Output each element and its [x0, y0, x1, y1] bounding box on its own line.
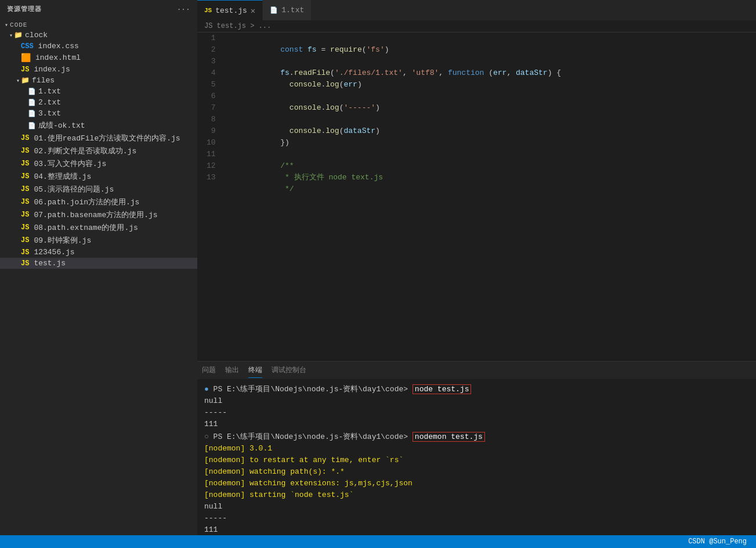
- code-line-6: console.log('-----'): [226, 91, 751, 102]
- file-04js[interactable]: JS 04.整理成绩.js: [0, 170, 197, 183]
- file-01js[interactable]: JS 01.使用readFile方法读取文件的内容.js: [0, 132, 197, 145]
- tab-1txt[interactable]: 📄 1.txt: [263, 0, 312, 20]
- txt-icon-3: 📄: [28, 110, 36, 117]
- file-1txt[interactable]: 📄 1.txt: [0, 86, 197, 97]
- file-2txt[interactable]: 📄 2.txt: [0, 97, 197, 108]
- js-icon-indexjs: JS: [21, 66, 29, 74]
- folder-clock[interactable]: ▾ 📁 clock: [0, 30, 197, 41]
- editor-area: JS test.js ✕ 📄 1.txt JS test.js > ... 12…: [197, 0, 756, 535]
- tab-close-testjs[interactable]: ✕: [251, 6, 255, 16]
- js-icon-04: JS: [21, 172, 29, 181]
- tab-testjs-label: test.js: [215, 6, 247, 15]
- terminal-tab-terminal[interactable]: 终端: [248, 363, 262, 378]
- file-09js[interactable]: JS 09.时钟案例.js: [0, 234, 197, 247]
- tab-1txt-label: 1.txt: [281, 6, 304, 15]
- tab-bar: JS test.js ✕ 📄 1.txt: [197, 0, 756, 20]
- sidebar-header-icons: ···: [177, 6, 190, 13]
- file-07js[interactable]: JS 07.path.basename方法的使用.js: [0, 208, 197, 221]
- terminal-output-null2: null: [204, 501, 749, 513]
- files-folder-icon: 📁: [21, 76, 30, 85]
- terminal-output-111-1: 111: [204, 419, 749, 430]
- file-06js[interactable]: JS 06.path.join方法的使用.js: [0, 196, 197, 208]
- js-icon-08: JS: [21, 223, 29, 232]
- file-chengjitxt[interactable]: 📄 成绩-ok.txt: [0, 119, 197, 132]
- files-arrow: ▾: [16, 77, 20, 84]
- js-icon-123456: JS: [21, 248, 29, 257]
- terminal-line-1: ● PS E:\练手项目\Nodejs\node.js-资料\day1\code…: [204, 384, 749, 395]
- tab-txt-icon: 📄: [270, 6, 278, 14]
- txt-icon-chengji: 📄: [28, 122, 36, 129]
- code-section[interactable]: ▾ CODE: [0, 20, 197, 30]
- terminal-nodemon-2: [nodemon] to restart at any time, enter …: [204, 455, 749, 466]
- status-bar: CSDN @Sun_Peng: [0, 535, 756, 548]
- js-icon-06: JS: [21, 198, 29, 206]
- terminal-output-dashes1: -----: [204, 407, 749, 419]
- code-line-1: const fs = require('fs'): [226, 33, 751, 44]
- terminal-nodemon-1: [nodemon] 3.0.1: [204, 443, 749, 455]
- code-line-11: /**: [226, 149, 751, 160]
- more-icon[interactable]: ···: [177, 6, 190, 13]
- folder-icon: 📁: [14, 31, 23, 39]
- js-icon-02: JS: [21, 147, 29, 155]
- terminal-nodemon-4: [nodemon] watching extensions: js,mjs,cj…: [204, 478, 749, 489]
- terminal-tab-debug[interactable]: 调试控制台: [272, 363, 306, 378]
- js-icon-testjs: JS: [21, 259, 29, 268]
- terminal-area: 问题 输出 终端 调试控制台 ● PS E:\练手项目\Nodejs\node.…: [197, 361, 756, 535]
- line-numbers: 12345 678910 111213: [197, 33, 222, 361]
- terminal-tabs: 问题 输出 终端 调试控制台: [197, 362, 756, 379]
- status-text: CSDN @Sun_Peng: [688, 538, 747, 546]
- terminal-nodemon-5: [nodemon] starting `node test.js`: [204, 489, 749, 501]
- css-icon: CSS: [21, 42, 34, 51]
- txt-icon-1: 📄: [28, 88, 36, 95]
- file-index-css[interactable]: CSS index.css: [0, 41, 197, 52]
- js-icon-09: JS: [21, 236, 29, 244]
- editor-content[interactable]: 12345 678910 111213 const fs = require('…: [197, 33, 756, 361]
- terminal-tab-problems[interactable]: 问题: [202, 363, 216, 378]
- js-icon-05: JS: [21, 185, 29, 193]
- terminal-output-null1: null: [204, 395, 749, 407]
- sidebar-header: 资源管理器 ···: [0, 0, 197, 18]
- tab-testjs[interactable]: JS test.js ✕: [197, 0, 263, 20]
- html-icon: 🟧: [21, 53, 31, 63]
- folder-files[interactable]: ▾ 📁 files: [0, 75, 197, 86]
- breadcrumb: JS test.js > ...: [197, 20, 756, 33]
- code-line-8: console.log(dataStr): [226, 114, 751, 125]
- terminal-line-2: ○ PS E:\练手项目\Nodejs\node.js-资料\day1\code…: [204, 431, 749, 443]
- terminal-content[interactable]: ● PS E:\练手项目\Nodejs\node.js-资料\day1\code…: [197, 379, 756, 535]
- terminal-output-dashes2: -----: [204, 513, 749, 524]
- terminal-output-111-2: 111: [204, 524, 749, 535]
- file-03js[interactable]: JS 03.写入文件内容.js: [0, 157, 197, 170]
- sidebar-title: 资源管理器: [7, 5, 42, 13]
- code-lines: const fs = require('fs') fs.readFile('./…: [222, 33, 756, 361]
- file-3txt[interactable]: 📄 3.txt: [0, 108, 197, 119]
- folder-clock-label: clock: [25, 31, 48, 39]
- js-icon-07: JS: [21, 211, 29, 219]
- terminal-cmd-2: nodemon test.js: [413, 432, 485, 442]
- breadcrumb-text: JS test.js > ...: [204, 22, 271, 30]
- file-08js[interactable]: JS 08.path.extname的使用.js: [0, 221, 197, 234]
- code-line-3: fs.readFile('./files/1.txt', 'utf8', fun…: [226, 56, 751, 67]
- file-index-js[interactable]: JS index.js: [0, 64, 197, 75]
- tab-js-icon: JS: [204, 7, 212, 14]
- code-line-10: [226, 137, 751, 149]
- code-arrow: ▾: [5, 21, 9, 28]
- file-123456js[interactable]: JS 123456.js: [0, 247, 197, 258]
- code-line-12: * 执行文件 node text.js: [226, 160, 751, 172]
- terminal-nodemon-3: [nodemon] watching path(s): *.*: [204, 466, 749, 478]
- js-icon-03: JS: [21, 160, 29, 168]
- clock-arrow: ▾: [9, 32, 13, 39]
- txt-icon-2: 📄: [28, 99, 36, 106]
- file-02js[interactable]: JS 02.判断文件是否读取成功.js: [0, 145, 197, 157]
- file-index-html[interactable]: 🟧 index.html: [0, 52, 197, 64]
- terminal-cmd-1: node test.js: [413, 384, 472, 394]
- file-testjs[interactable]: JS test.js: [0, 258, 197, 269]
- sidebar: 资源管理器 ··· ▾ CODE ▾ 📁 clock: [0, 0, 197, 535]
- file-05js[interactable]: JS 05.演示路径的问题.js: [0, 183, 197, 196]
- file-tree: ▾ CODE ▾ 📁 clock CSS index.css 🟧 inde: [0, 18, 197, 271]
- js-icon-01: JS: [21, 134, 29, 142]
- terminal-tab-output[interactable]: 输出: [225, 363, 239, 378]
- folder-files-label: files: [32, 76, 55, 85]
